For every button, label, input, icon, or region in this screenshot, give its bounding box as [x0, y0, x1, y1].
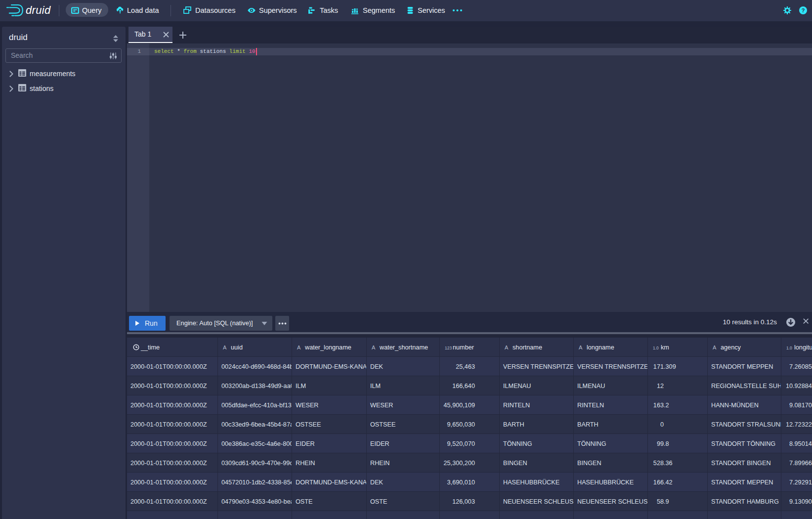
svg-text:?: ?: [802, 7, 805, 13]
